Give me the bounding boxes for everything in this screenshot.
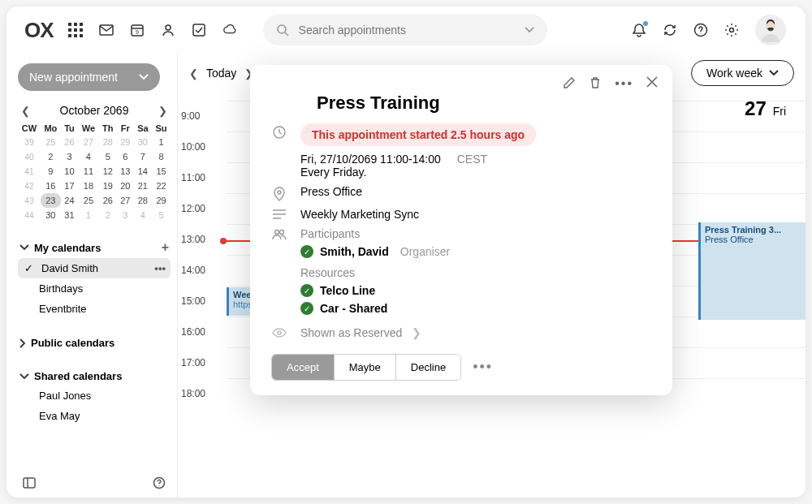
mini-cal-day[interactable]: 26 <box>99 193 117 208</box>
notifications-icon[interactable] <box>632 23 646 37</box>
more-icon[interactable]: ••• <box>615 76 633 91</box>
accept-button[interactable]: Accept <box>272 355 335 380</box>
mini-cal-day[interactable]: 30 <box>41 208 61 222</box>
calendar-item[interactable]: Eva May <box>18 406 171 426</box>
mini-cal-day[interactable]: 25 <box>41 135 61 149</box>
svg-point-17 <box>730 28 734 32</box>
svg-rect-22 <box>24 478 35 488</box>
participants-icon <box>271 227 287 240</box>
mini-cal-day[interactable]: 30 <box>134 135 152 149</box>
search-bar[interactable] <box>263 15 547 45</box>
mini-cal-day[interactable]: 24 <box>61 193 78 208</box>
mini-cal-day[interactable]: 5 <box>152 208 171 222</box>
view-selector[interactable]: Work week <box>691 60 794 86</box>
add-calendar-button[interactable]: + <box>162 240 169 255</box>
mini-calendar-title: October 2069 <box>60 104 129 117</box>
calendar-item[interactable]: Eventbrite <box>18 299 171 319</box>
svg-rect-9 <box>100 25 113 35</box>
mini-cal-day[interactable]: 20 <box>117 179 134 193</box>
chevron-down-icon[interactable] <box>525 27 534 33</box>
svg-rect-8 <box>80 34 83 37</box>
popup-location: Press Office <box>300 185 651 198</box>
collapse-sidebar-icon[interactable] <box>23 476 36 489</box>
mini-cal-day[interactable]: 22 <box>152 179 171 193</box>
mini-cal-day[interactable]: 21 <box>134 179 152 193</box>
mail-icon[interactable] <box>99 23 114 37</box>
chevron-down-icon <box>769 70 779 76</box>
mini-cal-day[interactable]: 16 <box>41 179 61 193</box>
mini-cal-day[interactable]: 4 <box>134 208 152 222</box>
grid-icon[interactable] <box>68 23 83 37</box>
calendar-icon[interactable]: 9 <box>130 23 145 37</box>
close-icon[interactable] <box>646 76 658 91</box>
edit-icon[interactable] <box>563 76 576 91</box>
mini-cal-day[interactable]: 9 <box>41 164 61 179</box>
popup-recurrence: Every Friday. <box>300 166 366 179</box>
description-icon <box>271 208 287 219</box>
popup-description: Weekly Marketing Sync <box>300 208 651 221</box>
mini-cal-day[interactable]: 11 <box>78 164 99 179</box>
today-button[interactable]: Today <box>206 67 236 80</box>
contacts-icon[interactable] <box>161 23 175 37</box>
mini-cal-day[interactable]: 29 <box>117 135 134 149</box>
mini-cal-day[interactable]: 27 <box>78 135 99 149</box>
mini-cal-day[interactable]: 15 <box>152 164 171 179</box>
mini-cal-day[interactable]: 25 <box>78 193 99 208</box>
mini-cal-day[interactable]: 31 <box>61 208 78 222</box>
calendar-item[interactable]: Birthdays <box>18 278 171 299</box>
participants-label: Participants <box>300 227 651 240</box>
svg-point-26 <box>278 191 281 194</box>
mini-cal-day[interactable]: 14 <box>134 164 152 179</box>
mini-calendar[interactable]: CWMoTuWeThFrSaSu392526272829301402345678… <box>18 122 171 222</box>
mini-cal-day[interactable]: 2 <box>41 149 61 164</box>
mini-cal-day[interactable]: 23 <box>41 193 61 208</box>
help-icon[interactable] <box>693 23 708 37</box>
avatar[interactable] <box>755 15 786 45</box>
help-icon[interactable] <box>153 476 166 489</box>
mini-cal-day[interactable]: 1 <box>152 135 171 149</box>
delete-icon[interactable] <box>589 76 602 91</box>
next-month-button[interactable]: ❯ <box>158 105 167 117</box>
mini-cal-day[interactable]: 17 <box>61 179 78 193</box>
mini-cal-day[interactable]: 1 <box>78 208 99 222</box>
prev-month-button[interactable]: ❮ <box>21 105 30 117</box>
more-actions-button[interactable]: ••• <box>473 359 493 376</box>
decline-button[interactable]: Decline <box>396 355 460 380</box>
mini-cal-day[interactable]: 5 <box>99 149 117 164</box>
mini-cal-day[interactable]: 26 <box>61 135 78 149</box>
mini-cal-day[interactable]: 28 <box>134 193 152 208</box>
mini-cal-day[interactable]: 27 <box>117 193 134 208</box>
new-appointment-button[interactable]: New appointment <box>18 63 160 91</box>
settings-icon[interactable] <box>724 23 739 37</box>
mini-cal-day[interactable]: 19 <box>99 179 117 193</box>
mini-cal-day[interactable]: 12 <box>99 164 117 179</box>
mini-cal-day[interactable]: 8 <box>152 149 171 164</box>
response-buttons: Accept Maybe Decline <box>271 354 461 381</box>
shown-as-row[interactable]: Shown as Reserved ❯ <box>300 326 651 339</box>
mini-cal-day[interactable]: 13 <box>117 164 134 179</box>
svg-rect-5 <box>80 28 83 32</box>
search-icon <box>276 24 289 37</box>
mini-cal-day[interactable]: 4 <box>78 149 99 164</box>
tasks-icon[interactable] <box>192 23 206 37</box>
calendar-item[interactable]: ✓David Smith••• <box>18 258 171 278</box>
maybe-button[interactable]: Maybe <box>335 355 396 380</box>
mini-cal-day[interactable]: 2 <box>99 208 117 222</box>
drive-icon[interactable] <box>222 23 237 37</box>
shared-calendars-header[interactable]: Shared calendars <box>18 367 171 386</box>
public-calendars-header[interactable]: Public calendars <box>18 334 171 352</box>
prev-period-button[interactable]: ❮ <box>189 67 198 80</box>
mini-cal-day[interactable]: 18 <box>78 179 99 193</box>
my-calendars-header[interactable]: My calendars + <box>18 237 171 258</box>
mini-cal-day[interactable]: 28 <box>99 135 117 149</box>
calendar-item[interactable]: Paul Jones <box>18 386 171 406</box>
mini-cal-day[interactable]: 3 <box>117 208 134 222</box>
mini-cal-day[interactable]: 7 <box>134 149 152 164</box>
mini-cal-day[interactable]: 29 <box>152 193 171 208</box>
mini-cal-day[interactable]: 6 <box>117 149 134 164</box>
appointment-block[interactable]: Press Training 3... Press Office <box>698 222 806 320</box>
refresh-icon[interactable] <box>663 23 677 37</box>
mini-cal-day[interactable]: 10 <box>61 164 78 179</box>
mini-cal-day[interactable]: 3 <box>61 149 78 164</box>
search-input[interactable] <box>299 24 515 37</box>
